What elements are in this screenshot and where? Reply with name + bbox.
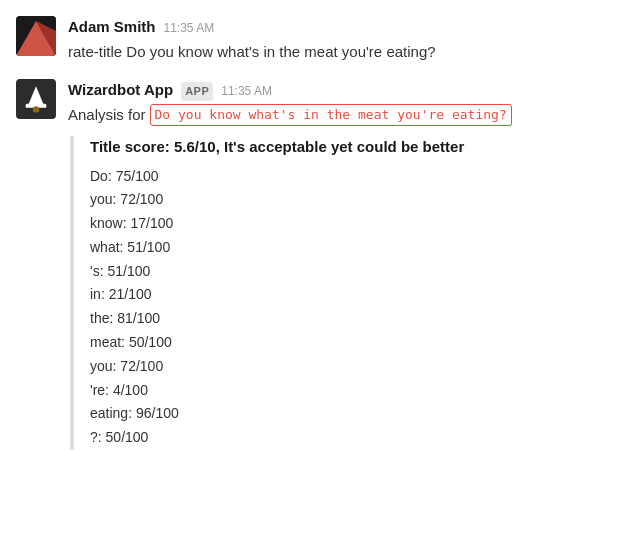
word-score-item: know: 17/100 (90, 212, 624, 236)
analysis-for-label: Analysis for (68, 104, 146, 127)
message-text-adam: rate-title Do you know what's in the mea… (68, 41, 624, 64)
message-header-wizardbot: Wizardbot App APP 11:35 AM (68, 79, 624, 102)
highlighted-query: Do you know what's in the meat you're ea… (150, 104, 512, 126)
word-score-item: 's: 51/100 (90, 260, 624, 284)
avatar-wizardbot (16, 79, 56, 119)
message-header-adam: Adam Smith 11:35 AM (68, 16, 624, 39)
word-score-item: meat: 50/100 (90, 331, 624, 355)
title-score: Title score: 5.6/10, It's acceptable yet… (90, 136, 624, 159)
analysis-for-line: Analysis for Do you know what's in the m… (68, 104, 624, 127)
word-score-item: what: 51/100 (90, 236, 624, 260)
message-wizardbot: Wizardbot App APP 11:35 AM Analysis for … (16, 79, 624, 450)
app-badge: APP (181, 82, 213, 101)
word-score-item: the: 81/100 (90, 307, 624, 331)
analysis-card: Title score: 5.6/10, It's acceptable yet… (70, 136, 624, 450)
word-score-item: Do: 75/100 (90, 165, 624, 189)
word-score-item: you: 72/100 (90, 188, 624, 212)
word-scores-list: Do: 75/100you: 72/100know: 17/100what: 5… (90, 165, 624, 451)
word-score-item: ?: 50/100 (90, 426, 624, 450)
word-score-item: you: 72/100 (90, 355, 624, 379)
message-adam: Adam Smith 11:35 AM rate-title Do you kn… (16, 16, 624, 63)
sender-name-adam: Adam Smith (68, 16, 156, 39)
word-score-item: 're: 4/100 (90, 379, 624, 403)
svg-point-6 (33, 106, 39, 112)
sender-name-wizardbot: Wizardbot App (68, 79, 173, 102)
message-content-adam: Adam Smith 11:35 AM rate-title Do you kn… (68, 16, 624, 63)
timestamp-adam: 11:35 AM (164, 19, 215, 37)
timestamp-wizardbot: 11:35 AM (221, 82, 272, 100)
word-score-item: eating: 96/100 (90, 402, 624, 426)
word-score-item: in: 21/100 (90, 283, 624, 307)
message-content-wizardbot: Wizardbot App APP 11:35 AM Analysis for … (68, 79, 624, 450)
avatar-adam (16, 16, 56, 56)
